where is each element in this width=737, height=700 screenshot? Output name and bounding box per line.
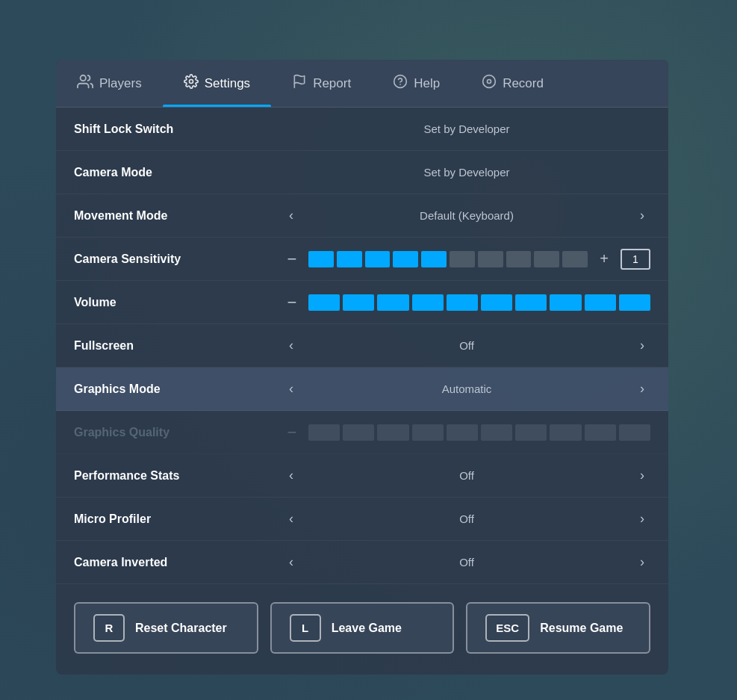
tab-report-label: Report [313, 76, 351, 91]
vol-seg-7[interactable] [515, 294, 547, 311]
tab-help[interactable]: Help [372, 60, 461, 107]
sensitivity-segments [308, 251, 588, 267]
fullscreen-value: ‹ Off › [283, 335, 650, 356]
seg-9[interactable] [534, 251, 559, 267]
qual-seg-1 [308, 424, 340, 441]
graphics-mode-left[interactable]: ‹ [283, 378, 299, 400]
shift-lock-text: Set by Developer [283, 123, 650, 135]
vol-seg-10[interactable] [619, 294, 650, 311]
setting-camera-sensitivity: Camera Sensitivity − [56, 238, 668, 281]
camera-inverted-label: Camera Inverted [74, 556, 283, 569]
movement-mode-label: Movement Mode [74, 209, 283, 223]
reset-character-label: Reset Character [135, 622, 227, 635]
seg-8[interactable] [506, 251, 532, 267]
sensitivity-increase[interactable]: + [595, 250, 613, 267]
seg-1[interactable] [308, 251, 334, 267]
graphics-mode-label: Graphics Mode [74, 382, 283, 396]
shift-lock-label: Shift Lock Switch [74, 123, 283, 136]
micro-profiler-left[interactable]: ‹ [283, 508, 299, 530]
qual-seg-6 [481, 424, 512, 441]
micro-profiler-text: Off [308, 512, 625, 525]
setting-shift-lock: Shift Lock Switch Set by Developer [56, 108, 668, 151]
graphics-quality-value: − [283, 423, 650, 442]
shift-lock-value: Set by Developer [283, 123, 650, 135]
svg-point-6 [488, 80, 491, 84]
tab-record[interactable]: Record [461, 60, 565, 107]
tab-report[interactable]: Report [271, 60, 372, 107]
vol-seg-3[interactable] [377, 294, 408, 311]
volume-slider: − [283, 293, 650, 312]
reset-character-button[interactable]: R Reset Character [74, 602, 258, 654]
vol-seg-1[interactable] [308, 294, 340, 311]
seg-2[interactable] [337, 251, 362, 267]
performance-stats-value: ‹ Off › [283, 465, 650, 486]
setting-graphics-mode: Graphics Mode ‹ Automatic › [56, 368, 668, 411]
players-icon [77, 73, 93, 93]
menu-container: Players Settings Report [56, 60, 668, 675]
qual-seg-5 [447, 424, 478, 441]
movement-mode-text: Default (Keyboard) [308, 209, 625, 222]
tab-record-label: Record [503, 76, 544, 91]
qual-seg-3 [377, 424, 408, 441]
camera-inverted-right[interactable]: › [634, 551, 650, 573]
report-icon [292, 74, 307, 93]
bottom-buttons: R Reset Character L Leave Game ESC Resum… [56, 584, 668, 675]
setting-camera-mode: Camera Mode Set by Developer [56, 151, 668, 194]
fullscreen-text: Off [308, 339, 625, 352]
seg-10[interactable] [562, 251, 588, 267]
sensitivity-valuebox: 1 [621, 249, 650, 270]
record-icon [482, 74, 497, 93]
quality-decrease: − [283, 423, 301, 442]
vol-seg-5[interactable] [447, 294, 478, 311]
camera-inverted-value: ‹ Off › [283, 551, 650, 573]
seg-6[interactable] [450, 251, 475, 267]
help-icon [393, 74, 408, 93]
qual-seg-8 [550, 424, 581, 441]
tab-settings[interactable]: Settings [163, 60, 271, 107]
micro-profiler-value: ‹ Off › [283, 508, 650, 530]
seg-7[interactable] [478, 251, 503, 267]
qual-seg-4 [412, 424, 444, 441]
qual-seg-9 [585, 424, 616, 441]
camera-inverted-left[interactable]: ‹ [283, 551, 299, 573]
movement-mode-right[interactable]: › [634, 205, 650, 226]
vol-seg-8[interactable] [550, 294, 581, 311]
camera-mode-value: Set by Developer [283, 166, 650, 179]
sensitivity-decrease[interactable]: − [283, 250, 301, 269]
camera-mode-text: Set by Developer [283, 166, 650, 179]
svg-point-1 [189, 80, 193, 84]
micro-profiler-right[interactable]: › [634, 508, 650, 530]
svg-point-0 [81, 75, 86, 81]
resume-game-label: Resume Game [540, 622, 623, 635]
volume-decrease[interactable]: − [283, 293, 301, 312]
resume-game-button[interactable]: ESC Resume Game [466, 602, 650, 654]
resume-key-badge: ESC [485, 614, 529, 642]
qual-seg-10 [619, 424, 650, 441]
fullscreen-left[interactable]: ‹ [283, 335, 299, 356]
seg-4[interactable] [393, 251, 418, 267]
performance-stats-right[interactable]: › [634, 465, 650, 486]
graphics-mode-value: ‹ Automatic › [283, 378, 650, 400]
performance-stats-label: Performance Stats [74, 469, 283, 483]
camera-inverted-text: Off [308, 556, 625, 569]
graphics-quality-label: Graphics Quality [74, 426, 283, 439]
vol-seg-4[interactable] [412, 294, 444, 311]
settings-content: Shift Lock Switch Set by Developer Camer… [56, 108, 668, 675]
vol-seg-9[interactable] [585, 294, 616, 311]
seg-3[interactable] [365, 251, 391, 267]
fullscreen-right[interactable]: › [634, 335, 650, 356]
movement-mode-left[interactable]: ‹ [283, 205, 299, 226]
tab-players[interactable]: Players [56, 60, 163, 107]
seg-5[interactable] [421, 251, 447, 267]
vol-seg-6[interactable] [481, 294, 512, 311]
graphics-mode-right[interactable]: › [634, 378, 650, 400]
performance-stats-left[interactable]: ‹ [283, 465, 299, 486]
graphics-quality-slider: − [283, 423, 650, 442]
setting-camera-inverted: Camera Inverted ‹ Off › [56, 541, 668, 584]
tab-players-label: Players [99, 76, 142, 91]
camera-sensitivity-value: − + 1 [283, 249, 650, 270]
leave-game-button[interactable]: L Leave Game [270, 602, 455, 654]
settings-icon [184, 74, 199, 93]
reset-key-badge: R [93, 614, 125, 642]
vol-seg-2[interactable] [343, 294, 374, 311]
